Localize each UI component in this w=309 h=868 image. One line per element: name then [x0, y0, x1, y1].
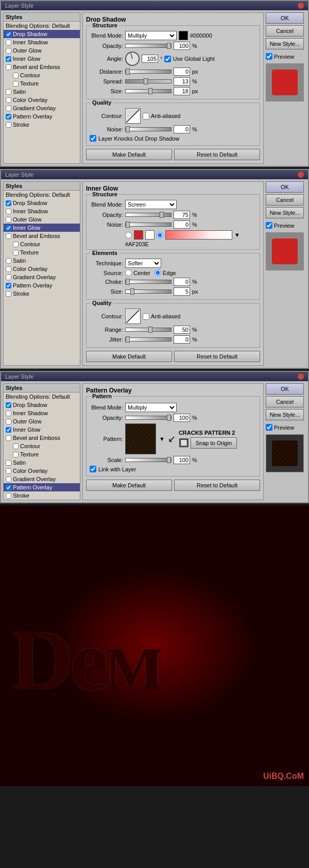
preview-cb-1[interactable]	[266, 53, 272, 60]
sidebar-item-color-overlay-2[interactable]: Color Overlay	[4, 265, 80, 273]
cb-bevel-2[interactable]	[6, 233, 11, 239]
cancel-button-2[interactable]: Cancel	[266, 194, 304, 206]
preview-cb-3[interactable]	[266, 424, 272, 431]
blend-mode-select-3[interactable]: Multiply	[125, 403, 177, 412]
sidebar-item-texture-3[interactable]: Texture	[4, 450, 80, 458]
color-swatch-white-2[interactable]	[145, 230, 154, 240]
layer-knocks-cb-1[interactable]	[90, 135, 96, 142]
cb-satin-2[interactable]	[6, 258, 11, 264]
cb-gradient-overlay-2[interactable]	[6, 275, 11, 280]
cb-pattern-overlay-3[interactable]	[6, 485, 11, 490]
spread-input-1[interactable]	[174, 77, 190, 86]
sidebar-item-stroke-3[interactable]: Stroke	[4, 491, 80, 500]
cb-color-overlay-3[interactable]	[6, 468, 11, 474]
preview-cb-2[interactable]	[266, 222, 272, 229]
sidebar-item-outer-glow-3[interactable]: Outer Glow	[4, 417, 80, 426]
sidebar-item-outer-glow-1[interactable]: Outer Glow	[4, 46, 80, 55]
reset-default-btn-3[interactable]: Reset to Default	[174, 480, 260, 491]
cb-contour-3[interactable]	[13, 444, 19, 449]
sidebar-item-inner-glow-2[interactable]: Inner Glow	[4, 224, 80, 232]
cb-stroke-3[interactable]	[6, 493, 11, 499]
cb-inner-glow-2[interactable]	[6, 225, 11, 231]
anti-aliased-cb-2[interactable]	[143, 313, 149, 320]
cb-color-overlay-2[interactable]	[6, 266, 11, 272]
sidebar-item-satin-1[interactable]: Satin	[4, 88, 80, 96]
opacity-slider-2[interactable]	[125, 213, 171, 217]
cb-texture-3[interactable]	[13, 452, 19, 457]
anti-aliased-cb-1[interactable]	[143, 113, 149, 120]
sidebar-item-pattern-overlay-1[interactable]: Pattern Overlay	[4, 112, 80, 121]
new-style-button-1[interactable]: New Style...	[266, 38, 304, 49]
cb-color-overlay-1[interactable]	[6, 97, 11, 103]
ok-button-1[interactable]: OK	[266, 12, 304, 24]
color-radio-gradient-2[interactable]	[157, 232, 163, 239]
sidebar-item-inner-shadow-1[interactable]: Inner Shadow	[4, 38, 80, 46]
technique-select-2[interactable]: Softer	[125, 259, 161, 268]
cb-inner-shadow-1[interactable]	[6, 40, 11, 45]
cb-outer-glow-2[interactable]	[6, 217, 11, 223]
sidebar-item-gradient-overlay-3[interactable]: Gradient Overlay	[4, 475, 80, 483]
source-edge-rb-2[interactable]	[154, 269, 161, 276]
cb-bevel-1[interactable]	[6, 64, 11, 70]
range-slider-2[interactable]	[125, 328, 171, 332]
sidebar-item-stroke-1[interactable]: Stroke	[4, 121, 80, 129]
sidebar-item-inner-glow-1[interactable]: Inner Glow	[4, 55, 80, 63]
sidebar-item-contour-3[interactable]: Contour	[4, 442, 80, 450]
cb-bevel-3[interactable]	[6, 435, 11, 441]
jitter-slider-2[interactable]	[125, 337, 171, 342]
cb-texture-2[interactable]	[13, 250, 19, 256]
distance-slider-1[interactable]	[125, 70, 171, 74]
size-slider-2[interactable]	[125, 290, 171, 294]
reset-default-btn-1[interactable]: Reset to Default	[174, 149, 260, 160]
make-default-btn-2[interactable]: Make Default	[86, 351, 172, 362]
blend-mode-select-2[interactable]: Screen	[125, 200, 177, 209]
distance-input-1[interactable]	[174, 67, 190, 76]
reset-default-btn-2[interactable]: Reset to Default	[174, 351, 260, 362]
sidebar-item-gradient-overlay-1[interactable]: Gradient Overlay	[4, 104, 80, 112]
contour-preview-1[interactable]	[125, 108, 141, 124]
angle-dial-1[interactable]	[125, 52, 140, 66]
opacity-input-3[interactable]	[174, 414, 190, 422]
sidebar-item-satin-2[interactable]: Satin	[4, 257, 80, 265]
sidebar-item-texture-1[interactable]: Texture	[4, 79, 80, 88]
cb-drop-shadow-3[interactable]	[6, 402, 11, 408]
sidebar-item-bevel-1[interactable]: Bevel and Emboss	[4, 63, 80, 71]
make-default-btn-3[interactable]: Make Default	[86, 480, 172, 491]
ok-button-2[interactable]: OK	[266, 181, 304, 193]
cb-inner-glow-1[interactable]	[6, 56, 11, 62]
new-style-button-3[interactable]: New Style...	[266, 409, 304, 420]
sidebar-item-inner-glow-3[interactable]: Inner Glow	[4, 426, 80, 434]
cb-texture-1[interactable]	[13, 81, 19, 87]
sidebar-item-outer-glow-2[interactable]: Outer Glow	[4, 215, 80, 224]
cb-pattern-overlay-2[interactable]	[6, 283, 11, 288]
global-light-cb-1[interactable]	[164, 56, 171, 62]
cb-drop-shadow-1[interactable]	[6, 31, 11, 37]
cb-stroke-2[interactable]	[6, 291, 11, 297]
cb-drop-shadow-2[interactable]	[6, 200, 11, 206]
make-default-btn-1[interactable]: Make Default	[86, 149, 172, 160]
cb-satin-3[interactable]	[6, 460, 11, 466]
size-input-1[interactable]	[174, 87, 190, 95]
scale-slider-3[interactable]	[125, 458, 171, 462]
sidebar-item-contour-1[interactable]: Contour	[4, 71, 80, 79]
contour-preview-2[interactable]	[125, 309, 141, 324]
sidebar-item-bevel-3[interactable]: Bevel and Emboss	[4, 434, 80, 442]
cb-pattern-overlay-1[interactable]	[6, 114, 11, 120]
cb-outer-glow-1[interactable]	[6, 48, 11, 54]
jitter-input-2[interactable]	[174, 335, 190, 344]
sidebar-item-gradient-overlay-2[interactable]: Gradient Overlay	[4, 273, 80, 281]
sidebar-item-blending-3[interactable]: Blending Options: Default	[4, 393, 80, 401]
sidebar-item-pattern-overlay-2[interactable]: Pattern Overlay	[4, 281, 80, 290]
color-swatch-1[interactable]	[179, 31, 188, 40]
sidebar-item-contour-2[interactable]: Contour	[4, 240, 80, 248]
blend-mode-select-1[interactable]: Multiply	[125, 31, 177, 40]
snap-to-origin-btn-3[interactable]: Snap to Origin	[191, 437, 237, 449]
cb-gradient-overlay-3[interactable]	[6, 476, 11, 482]
sidebar-item-inner-shadow-2[interactable]: Inner Shadow	[4, 207, 80, 215]
size-input-2[interactable]	[174, 287, 190, 296]
cancel-button-1[interactable]: Cancel	[266, 25, 304, 37]
cb-inner-shadow-2[interactable]	[6, 209, 11, 214]
pattern-preview-3[interactable]	[125, 423, 156, 454]
cancel-button-3[interactable]: Cancel	[266, 396, 304, 407]
noise-slider-2[interactable]	[125, 223, 171, 227]
